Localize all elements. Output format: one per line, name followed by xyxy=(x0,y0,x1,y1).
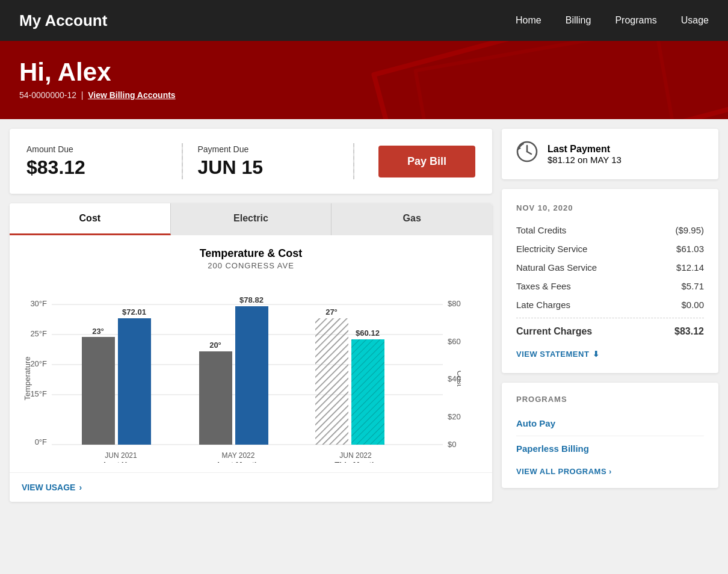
bar-may2022-cost xyxy=(235,306,268,445)
auto-pay-link[interactable]: Auto Pay xyxy=(516,411,704,436)
hero-section: Hi, Alex 54-0000000-12 | View Billing Ac… xyxy=(0,41,728,119)
svg-line-34 xyxy=(527,152,531,154)
download-icon: ⬇ xyxy=(593,350,600,359)
chevron-right-icon: › xyxy=(609,467,612,476)
app-title: My Account xyxy=(19,11,107,30)
statement-row-electricity: Electricity Service $61.03 xyxy=(516,239,704,258)
taxes-value: $5.71 xyxy=(681,281,704,291)
svg-text:30°F: 30°F xyxy=(30,299,47,308)
electricity-value: $61.03 xyxy=(676,244,704,254)
svg-text:JUN 2022: JUN 2022 xyxy=(339,451,372,460)
payment-due-label: Payment Due xyxy=(197,144,338,154)
statement-row-credits: Total Credits ($9.95) xyxy=(516,221,704,239)
main-nav: Home Billing Programs Usage xyxy=(516,15,709,26)
svg-text:JUN 2021: JUN 2021 xyxy=(105,451,137,460)
svg-text:0°F: 0°F xyxy=(35,437,47,446)
svg-text:Last Month: Last Month xyxy=(217,460,259,463)
nav-programs[interactable]: Programs xyxy=(615,15,656,26)
nav-billing[interactable]: Billing xyxy=(566,15,591,26)
svg-text:$60.12: $60.12 xyxy=(356,329,380,338)
right-column: Last Payment $81.12 on MAY 13 NOV 10, 20… xyxy=(502,129,718,502)
late-value: $0.00 xyxy=(681,300,704,310)
svg-text:15°F: 15°F xyxy=(30,389,47,398)
programs-title: PROGRAMS xyxy=(516,395,704,404)
view-usage-label: VIEW USAGE xyxy=(22,483,75,492)
main-layout: Amount Due $83.12 Payment Due JUN 15 Pay… xyxy=(0,119,728,511)
svg-text:25°F: 25°F xyxy=(30,329,47,338)
chart-tabs: Cost Electric Gas xyxy=(10,203,492,235)
view-billing-accounts-link[interactable]: View Billing Accounts xyxy=(88,90,175,100)
credits-value: ($9.95) xyxy=(675,225,704,235)
payment-due-section: Payment Due JUN 15 xyxy=(197,144,338,179)
gas-label: Natural Gas Service xyxy=(516,262,597,273)
bar-jun2022-temp xyxy=(315,318,348,445)
view-all-programs-link[interactable]: VIEW ALL PROGRAMS › xyxy=(516,467,704,476)
hero-account: 54-0000000-12 | View Billing Accounts xyxy=(19,90,709,100)
view-usage-link[interactable]: VIEW USAGE › xyxy=(10,472,492,502)
amount-due-label: Amount Due xyxy=(26,144,167,154)
credits-label: Total Credits xyxy=(516,225,566,235)
view-all-label: VIEW ALL PROGRAMS xyxy=(516,467,606,476)
gas-value: $12.14 xyxy=(676,262,704,273)
bar-chart-svg: 30°F 25°F 20°F 15°F 0°F Temperature $80 … xyxy=(22,282,461,463)
left-column: Amount Due $83.12 Payment Due JUN 15 Pay… xyxy=(10,129,492,502)
last-payment-card: Last Payment $81.12 on MAY 13 xyxy=(502,129,718,179)
svg-text:27°: 27° xyxy=(325,307,338,316)
svg-text:23°: 23° xyxy=(92,327,104,336)
nav-home[interactable]: Home xyxy=(516,15,541,26)
svg-text:$80: $80 xyxy=(448,299,461,308)
tab-electric[interactable]: Electric xyxy=(171,203,332,235)
statement-row-total: Current Charges $83.12 xyxy=(516,322,704,341)
svg-text:Cost: Cost xyxy=(455,371,461,387)
header: My Account Home Billing Programs Usage xyxy=(0,0,728,41)
payment-due-value: JUN 15 xyxy=(197,156,338,179)
svg-text:20°F: 20°F xyxy=(30,359,47,368)
svg-text:This Month: This Month xyxy=(335,460,376,463)
billing-summary-card: Amount Due $83.12 Payment Due JUN 15 Pay… xyxy=(10,129,492,194)
nav-usage[interactable]: Usage xyxy=(681,15,709,26)
bar-jun2022-cost xyxy=(351,339,384,445)
electricity-label: Electricity Service xyxy=(516,244,587,254)
hero-greeting: Hi, Alex xyxy=(19,58,709,87)
billing-divider-2 xyxy=(353,143,354,179)
amount-due-value: $83.12 xyxy=(26,156,167,179)
chart-content: Temperature & Cost 200 CONGRESS AVE xyxy=(10,235,492,472)
total-value: $83.12 xyxy=(674,326,704,337)
pay-bill-button[interactable]: Pay Bill xyxy=(378,146,475,177)
view-statement-link[interactable]: VIEW STATEMENT ⬇ xyxy=(516,350,704,359)
svg-text:$72.01: $72.01 xyxy=(122,307,146,316)
statement-divider xyxy=(516,318,704,318)
bar-may2022-temp xyxy=(199,351,232,445)
svg-text:20°: 20° xyxy=(209,341,221,350)
statement-row-late: Late Charges $0.00 xyxy=(516,295,704,314)
last-payment-label: Last Payment xyxy=(548,144,622,155)
programs-card: PROGRAMS Auto Pay Paperless Billing VIEW… xyxy=(502,383,718,488)
account-number: 54-0000000-12 xyxy=(19,90,76,100)
statement-card: NOV 10, 2020 Total Credits ($9.95) Elect… xyxy=(502,189,718,373)
statement-row-gas: Natural Gas Service $12.14 xyxy=(516,258,704,277)
last-payment-info: Last Payment $81.12 on MAY 13 xyxy=(548,144,622,165)
chart-subtitle: 200 CONGRESS AVE xyxy=(22,261,480,270)
billing-divider-1 xyxy=(182,143,183,179)
svg-text:$78.82: $78.82 xyxy=(239,295,264,304)
tab-cost[interactable]: Cost xyxy=(10,203,171,235)
total-label: Current Charges xyxy=(516,326,592,337)
statement-date: NOV 10, 2020 xyxy=(516,203,704,212)
statement-row-taxes: Taxes & Fees $5.71 xyxy=(516,277,704,295)
view-statement-label: VIEW STATEMENT xyxy=(516,350,589,359)
tab-gas[interactable]: Gas xyxy=(332,203,492,235)
amount-due-section: Amount Due $83.12 xyxy=(26,144,167,179)
last-payment-value: $81.12 on MAY 13 xyxy=(548,155,622,165)
svg-text:$60: $60 xyxy=(448,337,461,346)
paperless-billing-link[interactable]: Paperless Billing xyxy=(516,436,704,461)
chart-title: Temperature & Cost xyxy=(22,247,480,260)
svg-text:Temperature: Temperature xyxy=(23,357,32,401)
late-label: Late Charges xyxy=(516,300,570,310)
bar-jun2021-temp xyxy=(82,337,115,445)
svg-text:$20: $20 xyxy=(448,412,461,421)
chart-card: Cost Electric Gas Temperature & Cost 200… xyxy=(10,203,492,502)
taxes-label: Taxes & Fees xyxy=(516,281,571,291)
chevron-right-icon: › xyxy=(79,483,82,492)
svg-text:Last Year: Last Year xyxy=(103,460,138,463)
svg-text:$0: $0 xyxy=(448,440,456,449)
